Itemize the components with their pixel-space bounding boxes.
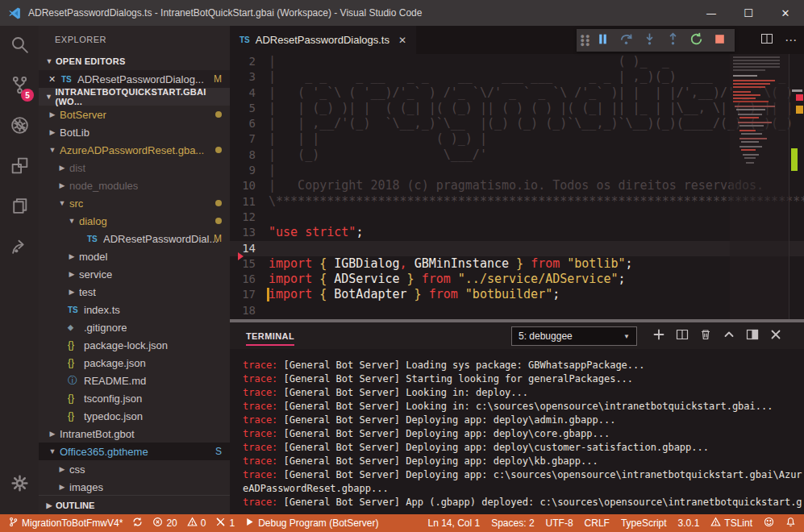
warning-count[interactable]: 0 [187, 517, 206, 530]
pause-button[interactable] [591, 30, 614, 51]
sync-status[interactable] [132, 517, 143, 530]
outline-header[interactable]: ▶ OUTLINE [39, 495, 230, 514]
tree-item-css[interactable]: ▶css [39, 460, 230, 478]
workspace-header[interactable]: ▼ INTRANETBOTQUICKSTART.GBAI (WO... [39, 88, 230, 106]
tree-item-readme-md[interactable]: ⓘREADME.md [39, 372, 230, 389]
tasks-count[interactable]: 1 [215, 517, 235, 530]
terminal-select[interactable]: 5: debuggee ▼ [511, 326, 637, 346]
open-editor-item[interactable]: ✕TSADResetPasswordDialog...M [39, 70, 230, 88]
code-line-8[interactable]: 8| (_) \___/' [230, 148, 804, 163]
tree-item-typedoc-json[interactable]: {}typedoc.json [39, 407, 230, 425]
notifications-bell[interactable] [785, 517, 796, 530]
eol[interactable]: CRLF [585, 517, 610, 529]
terminal-line: trace: [General Bot Server] Deploying ap… [243, 468, 804, 482]
encoding[interactable]: UTF-8 [546, 517, 573, 529]
tab-close-icon[interactable]: ✕ [398, 35, 406, 46]
tree-item-package-lock-json[interactable]: {}package-lock.json [39, 336, 230, 354]
feedback-smiley[interactable] [764, 517, 774, 530]
open-editors-header[interactable]: ▼ OPEN EDITORS [39, 52, 230, 70]
tree-item-src[interactable]: ▼src [39, 194, 230, 212]
maximize-button[interactable]: ☐ [730, 0, 767, 26]
activity-bar-item[interactable] [0, 147, 39, 187]
add-terminal-icon[interactable] [652, 328, 665, 344]
code-line-17[interactable]: 17import { BotAdapter } from "botbuilder… [230, 287, 804, 302]
terminal-line: trace: [General Bot Server] Deploying ap… [243, 414, 804, 427]
more-actions-button[interactable]: ⋯ [785, 33, 798, 48]
close-icon[interactable]: ✕ [48, 74, 61, 85]
code-line-3[interactable]: 3| _ _ _ __ _ _ __ ___ ___ _ _ | ,_)(_) … [230, 69, 804, 85]
settings-button[interactable] [0, 464, 39, 505]
tree-item-package-json[interactable]: {}package.json [39, 354, 230, 372]
code-line-15[interactable]: 15import { IGBDialog, GBMinInstance } fr… [230, 256, 804, 272]
close-panel-icon[interactable] [769, 328, 782, 344]
error-count[interactable]: 20 [152, 517, 177, 530]
restart-button[interactable] [685, 30, 708, 51]
tree-item-tsconfig-json[interactable]: {}tsconfig.json [39, 389, 230, 407]
activity-bar-item[interactable] [0, 106, 39, 147]
activity-bar-item[interactable] [0, 187, 39, 227]
debug-toolbar: ●●●●●● [577, 29, 735, 52]
code-line-18[interactable]: 18 [230, 303, 804, 318]
tree-item-botserver[interactable]: ▶BotServer [39, 106, 230, 123]
step-into-button[interactable] [638, 30, 661, 51]
code-editor[interactable]: 2| ( )_ _3| _ _ _ __ _ _ __ ___ ___ _ _ … [230, 54, 804, 319]
tree-item-office365-gbtheme[interactable]: ▼Office365.gbthemeS [39, 443, 230, 460]
toolbar-drag-handle[interactable]: ●●●●●● [580, 35, 591, 47]
tree-item-botlib[interactable]: ▶BotLib [39, 123, 230, 141]
tree-item-service[interactable]: ▶service [39, 265, 230, 283]
language-mode[interactable]: TypeScript [621, 517, 667, 529]
code-line-19[interactable]: 19const UrlJoin = require("url-join"); [230, 318, 804, 319]
split-terminal-icon[interactable] [676, 328, 689, 344]
toggle-panel-icon[interactable] [746, 328, 759, 344]
activity-bar-item[interactable] [0, 227, 39, 268]
code-line-2[interactable]: 2| ( )_ _ [230, 54, 804, 69]
minimize-button[interactable]: — [693, 0, 730, 26]
terminal-output[interactable]: trace: [General Bot Server] Loading sys … [230, 349, 804, 514]
line-number: 18 [230, 303, 269, 318]
code-line-6[interactable]: 6| | ,__/'(_) `\__,_)`\__ |(_) (_) (_)`\… [230, 116, 804, 131]
tree-item-node-modules[interactable]: ▶node_modules [39, 177, 230, 194]
ts-version[interactable]: 3.0.1 [678, 517, 700, 529]
cursor-position[interactable]: Ln 14, Col 1 [427, 517, 480, 529]
code-line-4[interactable]: 4| ( '_`\ ( '__)/'_` ) /'_ `\/' _ ` _ `\… [230, 85, 804, 101]
code-lines: 2| ( )_ _3| _ _ _ __ _ _ __ ___ ___ _ _ … [230, 54, 804, 319]
tree-item-images[interactable]: ▶images [39, 478, 230, 496]
code-line-13[interactable]: 13"use strict"; [230, 225, 804, 240]
tree-item-dist[interactable]: ▶dist [39, 159, 230, 177]
activity-bar-item[interactable]: 5 [0, 66, 39, 106]
tree-item-index-ts[interactable]: TSindex.ts [39, 301, 230, 318]
indentation[interactable]: Spaces: 2 [491, 517, 534, 529]
line-number: 16 [230, 272, 269, 287]
tree-item-intranetbot-gbot[interactable]: ▶IntranetBot.gbot [39, 425, 230, 443]
tslint-status[interactable]: TSLint [710, 517, 752, 530]
maximize-panel-icon[interactable] [723, 328, 735, 344]
code-line-10[interactable]: 10| Copyright 2018 (c) pragmatismo.io. T… [230, 178, 804, 193]
split-editor-button[interactable] [760, 32, 773, 48]
kill-terminal-icon[interactable] [699, 328, 712, 344]
minimap[interactable] [730, 54, 789, 319]
tree-item-azureadpasswordreset-gba-[interactable]: ▼AzureADPasswordReset.gba... [39, 141, 230, 159]
tree-item--gitignore[interactable]: ◆.gitignore [39, 318, 230, 336]
close-button[interactable]: ✕ [767, 0, 804, 26]
tree-item-test[interactable]: ▶test [39, 283, 230, 301]
code-line-14[interactable]: 14 [230, 241, 804, 256]
tree-item-dialog[interactable]: ▼dialog [39, 212, 230, 230]
step-over-button[interactable] [614, 30, 638, 51]
tree-item-adresetpassworddial-[interactable]: TSADResetPasswordDial...M [39, 230, 230, 247]
code-line-11[interactable]: 11\*************************************… [230, 194, 804, 210]
tab-adresetpassworddialogs[interactable]: TS ADResetPasswordDialogs.ts ✕ [230, 26, 416, 54]
stop-button[interactable] [708, 30, 731, 51]
step-out-button[interactable] [661, 30, 685, 51]
code-line-5[interactable]: 5| | (_) )| | ( (_| |( (_) || ( ) ( ) |(… [230, 101, 804, 116]
tree-item-model[interactable]: ▶model [39, 247, 230, 265]
tab-terminal[interactable]: TERMINAL [246, 331, 294, 346]
code-line-9[interactable]: 9| [230, 163, 804, 178]
debug-launch-config[interactable]: Debug Program (BotServer) [244, 517, 378, 530]
activity-bar-items: 5 [0, 26, 39, 268]
git-branch-status[interactable]: MigrationToBotFmwV4* [8, 517, 123, 530]
code-line-7[interactable]: 7| | | ( )_) | [230, 131, 804, 147]
line-number: 7 [230, 131, 269, 147]
code-line-12[interactable]: 12 [230, 210, 804, 225]
code-line-16[interactable]: 16import { ADService } from "../service/… [230, 272, 804, 287]
activity-bar-item[interactable] [0, 26, 39, 66]
